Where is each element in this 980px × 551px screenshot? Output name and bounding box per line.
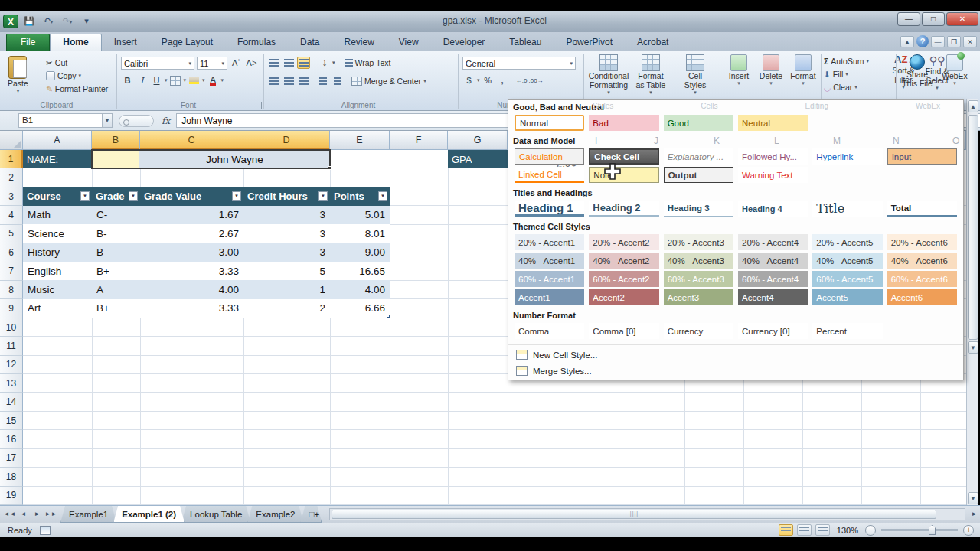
themed-style-swatch[interactable]: Accent6 bbox=[887, 289, 957, 305]
cell-course[interactable]: Music bbox=[23, 280, 92, 298]
row-header[interactable]: 3 bbox=[0, 187, 23, 206]
horizontal-scroll-thumb[interactable]: |||| bbox=[332, 510, 936, 519]
align-left-icon[interactable] bbox=[268, 75, 281, 87]
style-normal[interactable]: Normal bbox=[514, 115, 584, 131]
table-row[interactable]: Art B+ 3.33 2 6.66 bbox=[23, 299, 390, 318]
workbook-minimize-button[interactable]: — bbox=[931, 36, 945, 47]
ribbon-tab[interactable]: Developer bbox=[431, 34, 498, 51]
percent-style-button[interactable]: % bbox=[482, 74, 495, 86]
row-header[interactable]: 18 bbox=[0, 468, 23, 486]
page-break-view-icon[interactable] bbox=[815, 524, 830, 536]
themed-style-swatch[interactable]: 60% - Accent5 bbox=[812, 271, 882, 287]
number-format-style[interactable]: Comma [0] bbox=[589, 323, 658, 339]
table-row[interactable]: English B+ 3.33 5 16.65 bbox=[23, 262, 390, 280]
filter-icon[interactable]: ▼ bbox=[129, 191, 138, 201]
number-format-style[interactable]: Currency bbox=[664, 323, 733, 339]
italic-button[interactable]: I bbox=[136, 74, 149, 86]
sheet-tab-example2[interactable]: Example2 bbox=[247, 506, 303, 523]
style-heading2[interactable]: Heading 2 bbox=[589, 201, 658, 217]
save-button[interactable]: 💾 bbox=[21, 15, 38, 28]
cell-grade[interactable]: B+ bbox=[92, 262, 140, 280]
format-painter-button[interactable]: ✎Format Painter bbox=[46, 82, 108, 95]
row-header[interactable]: 4 bbox=[0, 206, 23, 224]
insert-worksheet-icon[interactable]: □+ bbox=[300, 506, 322, 523]
first-sheet-icon[interactable]: ◄◄ bbox=[3, 508, 16, 521]
cell-points[interactable]: 16.65 bbox=[330, 262, 390, 280]
cell-grade-value[interactable]: 2.67 bbox=[140, 224, 243, 243]
wrap-text-button[interactable]: Wrap Text bbox=[345, 56, 391, 69]
row-header[interactable]: 17 bbox=[0, 449, 23, 468]
column-header-a[interactable]: A bbox=[23, 131, 92, 150]
row-header[interactable]: 19 bbox=[0, 487, 23, 505]
close-window-button[interactable]: ✕ bbox=[946, 12, 978, 26]
themed-style-swatch[interactable]: Accent4 bbox=[738, 289, 808, 305]
sheet-tab-example1[interactable]: Example1 bbox=[60, 506, 116, 523]
macro-record-icon[interactable] bbox=[40, 526, 51, 535]
column-header-d[interactable]: D bbox=[243, 131, 330, 150]
style-explanatory[interactable]: Explanatory ... bbox=[664, 148, 733, 165]
cell-points[interactable]: 6.66 bbox=[330, 299, 390, 318]
cell-grade-value[interactable]: 3.33 bbox=[140, 299, 243, 318]
zoom-level[interactable]: 130% bbox=[837, 526, 858, 535]
select-all-corner[interactable] bbox=[0, 131, 23, 150]
selection-range[interactable] bbox=[91, 149, 331, 169]
row-header[interactable]: 12 bbox=[0, 356, 23, 374]
cell-credit-hours[interactable]: 5 bbox=[243, 262, 330, 280]
sheet-tab-lookup-table[interactable]: Lookup Table bbox=[181, 506, 250, 523]
filter-icon[interactable]: ▼ bbox=[318, 191, 328, 201]
cell-credit-hours[interactable]: 3 bbox=[243, 224, 330, 243]
themed-style-swatch[interactable]: 60% - Accent3 bbox=[664, 271, 733, 287]
clipboard-dialog-launcher[interactable] bbox=[109, 102, 116, 109]
zoom-out-icon[interactable]: − bbox=[865, 525, 876, 536]
column-header-c[interactable]: C bbox=[140, 131, 243, 150]
vertical-scroll-thumb[interactable] bbox=[968, 115, 978, 340]
themed-style-swatch[interactable]: 60% - Accent4 bbox=[738, 271, 808, 287]
style-check-cell[interactable]: Check Cell bbox=[589, 148, 658, 165]
align-top-icon[interactable] bbox=[268, 57, 281, 69]
cell-course[interactable]: Math bbox=[23, 206, 92, 224]
cell-points[interactable]: 5.01 bbox=[330, 206, 390, 224]
cell-grade[interactable]: C- bbox=[92, 206, 140, 224]
cell-grade-value[interactable]: 1.67 bbox=[140, 206, 243, 224]
themed-style-swatch[interactable]: 20% - Accent2 bbox=[589, 234, 658, 250]
font-name-combo[interactable]: Calibri▾ bbox=[121, 57, 194, 70]
cell-course[interactable]: Art bbox=[23, 299, 92, 318]
vertical-scrollbar[interactable]: ▲ ▼ ▼ bbox=[966, 99, 978, 505]
sheet-tab-example1-2[interactable]: Example1 (2) bbox=[113, 506, 185, 523]
row-header[interactable]: 6 bbox=[0, 243, 23, 262]
fill-handle[interactable] bbox=[328, 166, 332, 170]
bold-button[interactable]: B bbox=[121, 74, 134, 86]
style-warning-text[interactable]: Warning Text bbox=[738, 167, 808, 183]
style-heading4[interactable]: Heading 4 bbox=[738, 201, 808, 217]
cell-g1-gpa-label[interactable]: GPA bbox=[448, 150, 508, 168]
workbook-close-button[interactable]: ✕ bbox=[963, 36, 977, 47]
tab-file[interactable]: File bbox=[6, 34, 50, 51]
themed-style-swatch[interactable]: Accent3 bbox=[664, 289, 733, 305]
cell-points[interactable]: 9.00 bbox=[330, 243, 390, 261]
style-output[interactable]: Output bbox=[664, 167, 733, 183]
scroll-down-icon[interactable]: ▼ bbox=[968, 341, 978, 354]
cell-course[interactable]: History bbox=[23, 243, 92, 261]
cell-credit-hours[interactable]: 3 bbox=[243, 243, 330, 261]
themed-style-swatch[interactable]: 40% - Accent4 bbox=[738, 253, 808, 269]
header-points[interactable]: Points▼ bbox=[330, 187, 390, 205]
conditional-formatting-button[interactable]: Conditional Formatting▾ bbox=[586, 53, 631, 97]
insert-cells-button[interactable]: Insert▾ bbox=[723, 53, 755, 88]
share-this-file-button[interactable]: Share This File bbox=[899, 53, 936, 90]
style-note[interactable]: Note bbox=[589, 167, 658, 183]
column-header-f[interactable]: F bbox=[390, 131, 448, 150]
style-hyperlink[interactable]: Hyperlink bbox=[812, 148, 882, 165]
themed-style-swatch[interactable]: 40% - Accent3 bbox=[664, 253, 733, 269]
webex-button[interactable]: WebEx▾ bbox=[937, 53, 972, 88]
scroll-down-bottom-icon[interactable]: ▼ bbox=[968, 492, 978, 504]
increase-indent-icon[interactable] bbox=[331, 75, 344, 87]
style-title[interactable]: Title bbox=[812, 201, 882, 217]
themed-style-swatch[interactable]: 20% - Accent4 bbox=[738, 234, 808, 250]
name-box[interactable]: B1 bbox=[18, 113, 103, 128]
decrease-decimal-icon[interactable]: .00→ bbox=[530, 74, 543, 86]
workbook-restore-button[interactable]: ❐ bbox=[947, 36, 961, 47]
cell-grade-value[interactable]: 3.33 bbox=[140, 262, 243, 280]
maximize-window-button[interactable]: □ bbox=[922, 12, 945, 26]
header-grade[interactable]: Grade▼ bbox=[92, 187, 140, 205]
themed-style-swatch[interactable]: Accent5 bbox=[812, 289, 882, 305]
